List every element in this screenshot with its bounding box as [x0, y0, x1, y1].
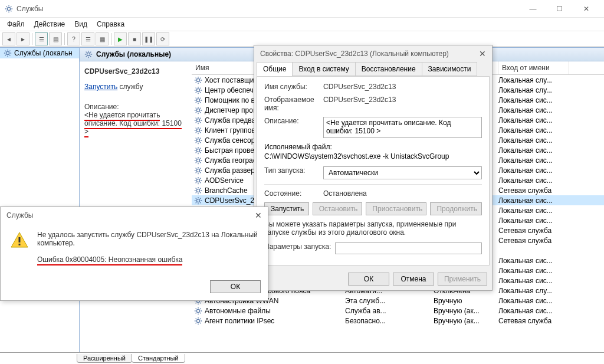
- dialog-title-bar[interactable]: Свойства: CDPUserSvc_23d2c13 (Локальный …: [254, 45, 492, 62]
- resume-button: Продолжить: [430, 202, 482, 215]
- service-icon: [194, 146, 202, 155]
- service-icon: [194, 96, 202, 104]
- service-icon: [194, 186, 202, 195]
- help-button[interactable]: ?: [67, 32, 80, 45]
- ok-button[interactable]: ОК: [348, 273, 389, 286]
- menu-file[interactable]: Файл: [2, 19, 29, 29]
- service-icon: [194, 86, 202, 94]
- pause-button: Приостановить: [366, 202, 426, 215]
- service-icon: [194, 116, 202, 124]
- service-name-value: CDPUserSvc_23d2c13: [323, 83, 482, 91]
- properties-button[interactable]: ☰: [35, 32, 48, 45]
- service-name-label: Имя службы:: [264, 83, 323, 91]
- stop-button: Остановить: [313, 202, 363, 215]
- title-bar: Службы — ☐ ✕: [0, 0, 604, 18]
- service-icon: [194, 76, 202, 84]
- exe-label: Исполняемый файл:: [264, 143, 482, 151]
- bottom-tabs: Расширенный Стандартный: [0, 352, 604, 364]
- start-link[interactable]: Запустить: [84, 83, 117, 91]
- back-button[interactable]: ◄: [2, 32, 15, 45]
- start-button[interactable]: ▶: [114, 32, 127, 45]
- ok-button[interactable]: ОК: [210, 280, 261, 293]
- menu-view[interactable]: Вид: [70, 19, 92, 29]
- table-row[interactable]: Автономные файлыСлужба ав...Вручную (ак.…: [192, 306, 604, 316]
- tree-root[interactable]: Службы (локальн: [0, 48, 79, 58]
- state-label: Состояние:: [264, 189, 323, 198]
- description-label: Описание:: [264, 117, 323, 138]
- description-text: <Не удается прочитать описание. Код ошиб…: [84, 111, 187, 136]
- services-icon: [4, 49, 12, 57]
- error-message-2: Ошибка 0x80004005: Неопознанная ошибка: [37, 255, 258, 264]
- svg-rect-2: [19, 244, 21, 245]
- hint-text: Вы можете указать параметры запуска, при…: [264, 220, 482, 237]
- close-icon[interactable]: ✕: [255, 211, 262, 220]
- service-icon: [194, 166, 202, 175]
- app-icon: [5, 5, 13, 13]
- tab-standard[interactable]: Стандартный: [132, 354, 185, 363]
- apply-button: Применить: [438, 273, 487, 286]
- service-icon: [194, 136, 202, 145]
- params-label: Параметры запуска:: [264, 242, 335, 254]
- display-name-value: CDPUserSvc_23d2c13: [323, 96, 482, 112]
- state-value: Остановлена: [323, 189, 482, 198]
- startup-type-label: Тип запуска:: [264, 166, 323, 179]
- tab-dependencies[interactable]: Зависимости: [422, 62, 478, 76]
- table-row[interactable]: Агент политики IPsecБезопасно...Вручную …: [192, 316, 604, 326]
- window-title: Службы: [17, 5, 43, 13]
- properties-dialog: Свойства: CDPUserSvc_23d2c13 (Локальный …: [254, 45, 493, 291]
- tree-pane: Службы (локальн: [0, 48, 80, 352]
- menu-help[interactable]: Справка: [92, 19, 129, 29]
- tab-extended[interactable]: Расширенный: [77, 354, 132, 363]
- menu-action[interactable]: Действие: [29, 19, 70, 29]
- start-button[interactable]: Запустить: [264, 202, 309, 215]
- close-icon[interactable]: ✕: [479, 49, 486, 58]
- maximize-button[interactable]: ☐: [546, 0, 573, 18]
- params-input[interactable]: [335, 242, 482, 254]
- service-icon: [194, 106, 202, 114]
- restart-button[interactable]: ⟳: [156, 32, 169, 45]
- error-title-bar[interactable]: Службы ✕: [1, 207, 268, 224]
- exe-path: C:\WINDOWS\system32\svchost.exe -k Unist…: [264, 152, 482, 160]
- service-icon: [194, 176, 202, 185]
- startup-type-select[interactable]: Автоматически: [323, 166, 482, 179]
- service-icon: [194, 126, 202, 135]
- description-field[interactable]: <Не удается прочитать описание. Код ошиб…: [323, 117, 482, 138]
- warning-icon: [10, 231, 29, 250]
- detail-button[interactable]: ▦: [96, 32, 109, 45]
- error-message-1: Не удалось запустить службу CDPUserSvc_2…: [37, 231, 258, 247]
- error-dialog: Службы ✕ Не удалось запустить службу CDP…: [0, 206, 268, 301]
- list-button[interactable]: ☰: [81, 32, 94, 45]
- forward-button[interactable]: ►: [17, 32, 29, 45]
- close-button[interactable]: ✕: [573, 0, 599, 18]
- services-icon: [84, 50, 93, 58]
- tab-recovery[interactable]: Восстановление: [355, 62, 422, 76]
- export-button[interactable]: ▤: [49, 32, 62, 45]
- svg-rect-1: [19, 237, 21, 242]
- description-label: Описание:: [84, 103, 187, 111]
- display-name-label: Отображаемое имя:: [264, 96, 323, 112]
- stop-button[interactable]: ■: [128, 32, 141, 45]
- tab-logon[interactable]: Вход в систему: [292, 62, 355, 76]
- service-icon: [194, 307, 202, 315]
- tab-general[interactable]: Общие: [257, 62, 293, 76]
- cancel-button[interactable]: Отмена: [393, 273, 434, 286]
- pause-button[interactable]: ❚❚: [142, 32, 155, 45]
- menu-bar: Файл Действие Вид Справка: [0, 18, 604, 31]
- selected-service-name: CDPUserSvc_23d2c13: [84, 67, 187, 76]
- col-logon[interactable]: Вход от имени: [498, 61, 569, 74]
- service-icon: [194, 156, 202, 165]
- minimize-button[interactable]: —: [520, 0, 546, 18]
- service-icon: [194, 317, 202, 325]
- service-icon: [194, 196, 202, 205]
